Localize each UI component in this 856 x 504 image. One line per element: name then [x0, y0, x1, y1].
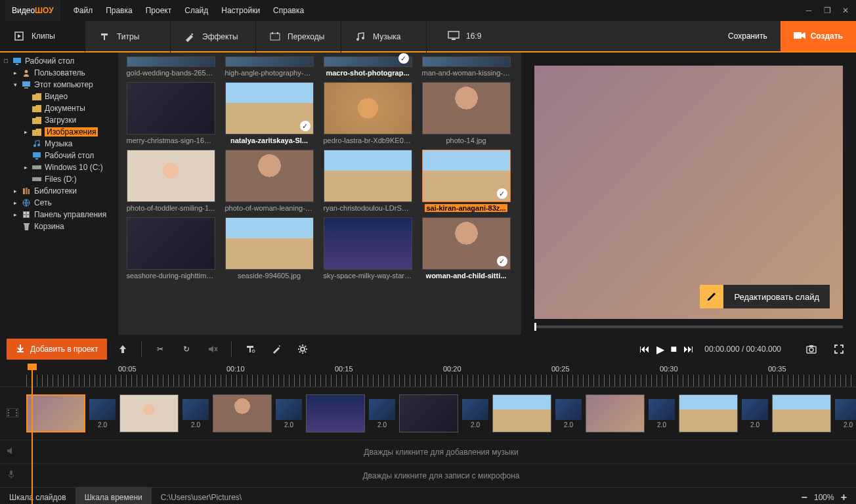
transition[interactable]: 2.0: [182, 399, 209, 429]
tree-item-сеть[interactable]: ▸Сеть: [0, 197, 118, 209]
tree-item-изображения[interactable]: ▸Изображения: [0, 126, 118, 138]
thumbnail[interactable]: photo-of-toddler-smiling-1...: [125, 150, 217, 212]
preview-scrubber[interactable]: [534, 326, 843, 328]
menu-правка[interactable]: Правка: [100, 2, 138, 19]
camera-icon: [794, 31, 805, 42]
svg-point-11: [25, 70, 28, 74]
timeline-clip[interactable]: [679, 394, 738, 432]
menu-проект[interactable]: Проект: [140, 2, 177, 19]
cut-button[interactable]: ✂: [150, 339, 171, 360]
save-button[interactable]: Сохранить: [715, 21, 781, 51]
thumbnail[interactable]: seashore-during-nighttime...: [125, 217, 217, 280]
thumbnail[interactable]: photo-of-woman-leaning-o...: [223, 150, 315, 212]
timeline-clip[interactable]: [306, 394, 365, 432]
menu-справка[interactable]: Справка: [268, 2, 309, 19]
thumbnail[interactable]: pedro-lastra-br-Xdb9KE0Q...: [322, 82, 414, 144]
tab-transitions[interactable]: Переходы: [256, 21, 341, 52]
play-button[interactable]: ▶: [656, 343, 664, 356]
music-track[interactable]: Дважды кликните для добавления музыки: [0, 440, 856, 463]
create-button[interactable]: Создать: [781, 21, 856, 51]
transition[interactable]: 2.0: [835, 399, 856, 429]
edit-slide-button[interactable]: Редактировать слайд: [700, 285, 830, 308]
tree-item-files--d--[interactable]: Files (D:): [0, 173, 118, 185]
magic-wand-button[interactable]: [266, 339, 287, 360]
video-track[interactable]: 2.02.02.02.02.02.02.02.02.0: [0, 387, 856, 440]
thumbnail[interactable]: gold-wedding-bands-2657...: [125, 56, 217, 77]
menu-слайд[interactable]: Слайд: [179, 2, 213, 19]
aspect-ratio[interactable]: 16:9: [440, 31, 489, 42]
fullscreen-button[interactable]: [828, 339, 849, 360]
minimize-button[interactable]: ─: [803, 5, 814, 16]
timeline-scale-tab[interactable]: Шкала времени: [75, 488, 152, 504]
mic-track[interactable]: Дважды кликните для записи с микрофона: [0, 463, 856, 487]
tree-item-документы[interactable]: Документы: [0, 102, 118, 114]
tab-clips[interactable]: Клипы: [0, 21, 85, 52]
transition[interactable]: 2.0: [742, 399, 768, 429]
snapshot-button[interactable]: [801, 339, 822, 360]
tree-item-рабочий-стол[interactable]: Рабочий стол: [0, 150, 118, 161]
thumbnail[interactable]: high-angle-photography-o...: [223, 56, 315, 77]
next-button[interactable]: ⏭: [683, 343, 694, 355]
thumbnail[interactable]: ✓natalya-zaritskaya-SI...: [223, 82, 315, 144]
timeline-ruler[interactable]: 00:0500:1000:1500:2000:2500:3000:35: [0, 364, 856, 387]
svg-point-32: [252, 350, 255, 352]
tree-item-панель-управления[interactable]: ▸Панель управления: [0, 209, 118, 220]
mute-button[interactable]: [202, 339, 223, 360]
timeline-clip[interactable]: [399, 394, 458, 432]
tree-item-этот-компьютер[interactable]: ▾Этот компьютер: [0, 79, 118, 91]
download-icon: [16, 344, 25, 355]
text-tool-button[interactable]: [240, 339, 261, 360]
transition[interactable]: 2.0: [555, 399, 582, 429]
preview-video[interactable]: Редактировать слайд: [534, 66, 843, 319]
tree-item-пользователь[interactable]: ▸Пользователь: [0, 67, 118, 79]
timeline-clip[interactable]: [492, 394, 551, 432]
maximize-button[interactable]: ❐: [822, 5, 832, 16]
tab-effects[interactable]: Эффекты: [171, 21, 256, 52]
zoom-in-button[interactable]: +: [841, 492, 847, 503]
playhead[interactable]: [32, 364, 33, 504]
menu-файл[interactable]: Файл: [68, 2, 98, 19]
tree-item-видео[interactable]: Видео: [0, 91, 118, 102]
menu-настройки[interactable]: Настройки: [216, 2, 265, 19]
settings-button[interactable]: [292, 339, 313, 360]
tree-item-загрузки[interactable]: Загрузки: [0, 114, 118, 126]
thumbnail[interactable]: ryan-christodoulou-LDrSJ3...: [322, 150, 414, 212]
thumbnail[interactable]: photo-14.jpg: [420, 82, 512, 144]
tree-item-windows-10--c--[interactable]: ▸Windows 10 (C:): [0, 161, 118, 173]
tab-music[interactable]: Музыка: [341, 21, 427, 52]
tree-item-библиотеки[interactable]: ▸Библиотеки: [0, 185, 118, 197]
stop-button[interactable]: ■: [671, 343, 677, 355]
tree-item-рабочий-стол[interactable]: □Рабочий стол: [0, 55, 118, 67]
timeline-clip[interactable]: [586, 394, 645, 432]
trash-icon: [21, 222, 32, 231]
tree-item-корзина[interactable]: Корзина: [0, 220, 118, 232]
up-arrow-button[interactable]: [112, 339, 133, 360]
thumbnail[interactable]: seaside-994605.jpg: [223, 217, 315, 280]
prev-button[interactable]: ⏮: [639, 343, 650, 355]
transition[interactable]: 2.0: [649, 399, 675, 429]
transition[interactable]: 2.0: [462, 399, 488, 429]
transition[interactable]: 2.0: [89, 399, 116, 429]
svg-rect-27: [24, 212, 26, 214]
timeline-clip[interactable]: [772, 394, 831, 432]
timeline-clip[interactable]: [119, 394, 179, 432]
thumbnail[interactable]: merry-christmas-sign-1656...: [125, 82, 217, 144]
transition[interactable]: 2.0: [276, 399, 302, 429]
tab-titles[interactable]: Титры: [85, 21, 171, 52]
thumbnail[interactable]: sky-space-milky-way-stars-...: [322, 217, 414, 280]
add-to-project-button[interactable]: Добавить в проект: [7, 339, 107, 360]
thumbnail[interactable]: man-and-woman-kissing-2...: [420, 56, 512, 77]
slides-scale-tab[interactable]: Шкала слайдов: [0, 488, 75, 504]
timeline-clip[interactable]: [26, 394, 85, 432]
transition[interactable]: 2.0: [369, 399, 395, 429]
tree-item-музыка[interactable]: Музыка: [0, 138, 118, 150]
thumbnail[interactable]: ✓macro-shot-photograp...: [322, 56, 414, 77]
zoom-out-button[interactable]: −: [802, 492, 807, 503]
close-button[interactable]: ✕: [840, 5, 851, 16]
rotate-button[interactable]: ↻: [176, 339, 197, 360]
svg-rect-9: [13, 58, 21, 63]
timeline-clip[interactable]: [213, 394, 272, 432]
thumbnail[interactable]: ✓woman-and-child-sitti...: [420, 217, 512, 280]
thumbnail[interactable]: ✓sai-kiran-anagani-83z...: [420, 150, 512, 212]
svg-rect-12: [22, 81, 30, 87]
